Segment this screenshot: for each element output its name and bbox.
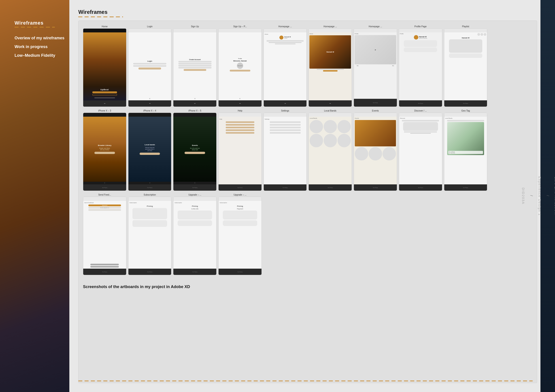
screen-label-homepage2: Homepage ... (308, 25, 352, 28)
panel-items: Overiew of my wireframes Work in progres… (15, 36, 65, 58)
screen-empty-r3-6 (308, 193, 352, 275)
screen-label-home: Home (83, 25, 126, 28)
screen-homepage1: Homepage ... Home Hannah W Genre (263, 25, 307, 107)
screen-help: Help Help (218, 109, 262, 191)
screen-frame-login: Login ✕ (128, 29, 172, 107)
screen-label-upgrade2: Upgrade – ... (218, 193, 262, 196)
screen-home: Home UpBeat (83, 25, 126, 107)
screen-label-profile: Profile Page (399, 25, 442, 28)
screen-frame-discover: Discover Now Playing (399, 113, 442, 191)
panel-divider (15, 27, 55, 28)
screen-empty-r3-5 (263, 193, 307, 275)
screen-iphone3: iPhone X – 3 Broader Library Broader mus… (83, 109, 126, 191)
screen-label-help: Help (218, 109, 262, 112)
screen-label-subscription1: Subscription (128, 193, 172, 196)
screen-homepage2: Homepage ... Home Hannah W (308, 25, 352, 107)
screen-label-iphone3: iPhone X – 3 (83, 109, 126, 112)
screen-frame-home: UpBeat (83, 29, 126, 107)
help-btn-privacy (226, 127, 255, 128)
screen-label-local-bands: Local Bands (308, 109, 352, 112)
screen-label-signup: Sign Up (173, 25, 217, 28)
screen-frame-geotag: Local Bands 10 Local Bandsare in your ar… (444, 113, 488, 191)
wireframes-board: Home UpBeat (78, 21, 537, 383)
screen-frame-homepage1: Home Hannah W Genre (263, 29, 307, 107)
screen-label-iphone4: iPhone X – 4 (128, 109, 172, 112)
mock-btn-listen (92, 91, 117, 93)
panel-item-3: Low–Medium Fidelity (15, 53, 65, 58)
screen-upgrade2: Upgrade – ... Subscription Pricing Payme… (218, 193, 262, 275)
screen-frame-upgrade2: Subscription Pricing Payment Now Playing (218, 197, 262, 275)
screen-frame-settings: Settings Now Playing (263, 113, 307, 191)
screen-label-homepage3: Homepage ... (354, 25, 397, 28)
screen-empty-r3-9 (444, 193, 488, 275)
bottom-dashes (78, 381, 533, 381)
screen-signup: Sign Up Create Account (173, 25, 217, 107)
help-btn-feedback (226, 124, 255, 126)
screen-local-bands: Local Bands Local Bands (308, 109, 352, 191)
row3-screens: Send Feed... Send Feedback Hannah W hann… (83, 193, 533, 275)
screen-frame-subscription1: Subscription Pricing Now Playing (128, 197, 172, 275)
screen-frame-iphone5: Events Go to the event youalways want ✕ … (173, 113, 217, 191)
row3-section: Send Feed... Send Feedback Hannah W hann… (83, 193, 533, 275)
screen-geotag: Geo-Tag Local Bands 10 Local Bandsare in… (444, 109, 488, 191)
screen-empty-r3-7 (354, 193, 397, 275)
screen-empty-r1 (489, 25, 533, 107)
screen-frame-send-feedback: Send Feedback Hannah W hannah-w@gmail.co… (83, 197, 126, 275)
right-label-author: Lars Eric Nordstrom (554, 177, 555, 215)
left-panel: Wireframes Overiew of my wireframes Work… (0, 0, 69, 392)
right-panel-labels: DID203A / Experience Design 1 / Lars Eri… (521, 176, 555, 216)
row2-section: iPhone X – 3 Broader Library Broader mus… (83, 109, 533, 191)
main-title-divider (78, 16, 123, 17)
screen-profile: Profile Page Profile Hannah W Vario (399, 25, 442, 107)
screen-label-discover: Discover / ... (399, 109, 442, 112)
screen-iphone4: iPhone X – 4 Local bands Discover local … (128, 109, 172, 191)
help-btn-terms (226, 129, 255, 131)
screen-label-playlist: Playlist (444, 25, 488, 28)
panel-title: Wireframes (15, 20, 44, 26)
screen-homepage3: Homepage ... Profile ▶ Abc (354, 25, 397, 107)
screen-label-signup-profile: Sign Up – P... (218, 25, 262, 28)
help-btn-contact (226, 132, 255, 134)
main-header: Wireframes (78, 9, 537, 17)
screen-upgrade1: Upgrade – ... Subscription Pricing Is th… (173, 193, 217, 275)
screen-label-login: Login (128, 25, 172, 28)
screenshot-caption: Screenshots of the artboards in my proje… (83, 285, 533, 289)
screen-discover: Discover / ... Discover (399, 109, 442, 191)
upbeat-logo: UpBeat (101, 88, 109, 91)
panel-item-1: Overiew of my wireframes (15, 36, 65, 40)
screen-label-events: Events (354, 109, 397, 112)
mock-btn-signup (92, 94, 117, 96)
screen-iphone5: iPhone X – 5 Events Go to the event youa… (173, 109, 217, 191)
screen-frame-help: Help Now Playing (218, 113, 262, 191)
screen-frame-events: Events Now Playing (354, 113, 397, 191)
screen-frame-homepage3: Profile ▶ Abc Abc Now Playing (354, 29, 397, 107)
screen-events: Events Events (354, 109, 397, 191)
screen-label-send-feedback: Send Feed... (83, 193, 126, 196)
screen-empty-r3-8 (399, 193, 442, 275)
right-panel: DID203A / Experience Design 1 / Lars Eri… (540, 0, 555, 392)
screen-frame-local-bands: Local Bands (308, 113, 352, 191)
screen-frame-playlist: Hannah W Now Playing (444, 29, 488, 107)
screen-frame-homepage2: Home Hannah W (308, 29, 352, 107)
screen-frame-signup-profile: Profile Welcome, Hannah Add photo ✕ (218, 29, 262, 107)
screen-frame-upgrade1: Subscription Pricing Is this info Now Pl… (173, 197, 217, 275)
screen-frame-signup: Create Account ✕ (173, 29, 217, 107)
right-label-did: DID203A (521, 188, 525, 205)
screen-label-upgrade1: Upgrade – ... (173, 193, 217, 196)
help-btn-faq (226, 121, 255, 123)
right-label-exp: Experience Design 1 (538, 176, 541, 216)
row2-screens: iPhone X – 3 Broader Library Broader mus… (83, 109, 533, 191)
row1-section: Home UpBeat (83, 25, 533, 107)
screen-label-iphone5: iPhone X – 5 (173, 109, 217, 112)
screen-send-feedback: Send Feed... Send Feedback Hannah W hann… (83, 193, 126, 275)
screen-signup-profile: Sign Up – P... Profile Welcome, Hannah A… (218, 25, 262, 107)
screen-subscription1: Subscription Subscription Pricing (128, 193, 172, 275)
screen-settings: Settings Settings (263, 109, 307, 191)
screen-frame-iphone3: Broader Library Broader music librarywit… (83, 113, 126, 191)
screen-frame-iphone4: Local bands Discover local andupcoming a… (128, 113, 172, 191)
screen-login: Login Login ✕ (128, 25, 172, 107)
screen-playlist: Playlist Hannah W (444, 25, 488, 107)
screen-label-geotag: Geo-Tag (444, 109, 488, 112)
row1-screens: Home UpBeat (83, 25, 533, 107)
main-heading: Wireframes (78, 9, 537, 15)
